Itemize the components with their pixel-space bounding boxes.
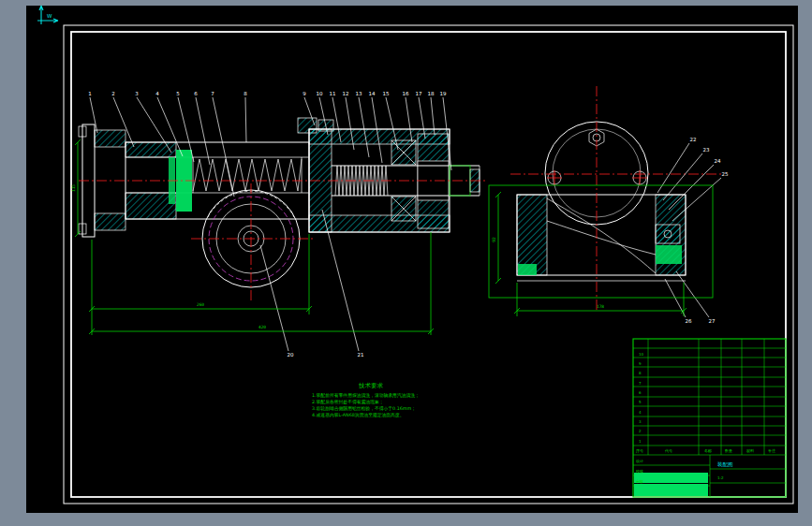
- side-left-wall: [517, 195, 547, 275]
- part-label: 23: [703, 147, 710, 153]
- bom-header: 序号: [636, 448, 643, 453]
- drawing-title: 装配图: [717, 461, 733, 468]
- part-label: 7: [211, 91, 214, 96]
- part-label: 21: [358, 352, 364, 358]
- cad-canvas[interactable]: W: [0, 0, 812, 526]
- dim-text: 115: [71, 184, 76, 192]
- dim-text: 178: [597, 304, 604, 309]
- bom-header: 名称: [704, 448, 712, 453]
- note-line: 1.装配前所有零件用煤油清洗，滚动轴承用汽油清洗；: [312, 392, 420, 399]
- dim-text: 260: [197, 302, 204, 307]
- part-label: 11: [330, 91, 336, 96]
- note-line: 2.装配后各密封处不得有漏油现象；: [312, 399, 384, 405]
- part-label: 6: [194, 91, 198, 96]
- bom-no: 10: [639, 352, 644, 357]
- part-label: 27: [709, 318, 716, 324]
- highlighted-foot-right: [656, 245, 682, 264]
- part-label: 18: [428, 91, 435, 96]
- part-label: 4: [155, 91, 159, 96]
- notes-title: 技术要求: [358, 382, 384, 389]
- part-label: 20: [288, 352, 294, 358]
- ucs-label: W: [47, 13, 52, 19]
- bom-header: 备注: [768, 448, 775, 453]
- part-label: 22: [690, 137, 697, 142]
- bom-header: 数量: [725, 448, 732, 453]
- left-bracket-bottom-arm: [95, 213, 125, 230]
- body-bottom-wall: [125, 193, 176, 219]
- title-block-highlight-2: [634, 484, 708, 496]
- footer-label: 校核: [635, 469, 643, 474]
- part-label: 25: [722, 171, 729, 177]
- part-label: 16: [403, 91, 409, 96]
- side-bearing-cap: [656, 225, 680, 243]
- footer-label: 设计: [636, 459, 643, 463]
- part-label: 26: [686, 318, 692, 324]
- part-label: 13: [356, 91, 362, 96]
- part-label: 1: [88, 91, 92, 96]
- drawing-scale: 1:2: [717, 475, 724, 480]
- title-block-highlight-1: [634, 473, 708, 483]
- part-label: 2: [111, 91, 115, 96]
- note-line: 3.齿轮副啮合侧隙用铅丝检验，不得小于0.16mm；: [312, 405, 416, 412]
- note-line: 4.减速器内装L-AN68润滑油至规定油面高度。: [312, 412, 405, 418]
- part-label: 9: [303, 91, 306, 96]
- dim-text: 92: [492, 237, 496, 242]
- part-label: 14: [369, 91, 376, 96]
- footer-label: 审核: [636, 479, 643, 484]
- highlighted-foot-left: [518, 264, 537, 275]
- part-label: 8: [244, 91, 247, 96]
- cad-viewport: W: [0, 0, 812, 526]
- part-label: 24: [715, 158, 721, 164]
- part-label: 19: [440, 91, 447, 96]
- part-label: 15: [383, 91, 390, 96]
- part-label: 12: [343, 91, 349, 96]
- dim-text: 420: [258, 325, 266, 329]
- bom-header: 代号: [664, 448, 672, 453]
- part-label: 10: [317, 91, 323, 96]
- part-label: 5: [176, 91, 180, 96]
- left-bracket-top-arm: [95, 130, 125, 147]
- part-label: 3: [135, 91, 139, 96]
- part-label: 17: [416, 91, 422, 96]
